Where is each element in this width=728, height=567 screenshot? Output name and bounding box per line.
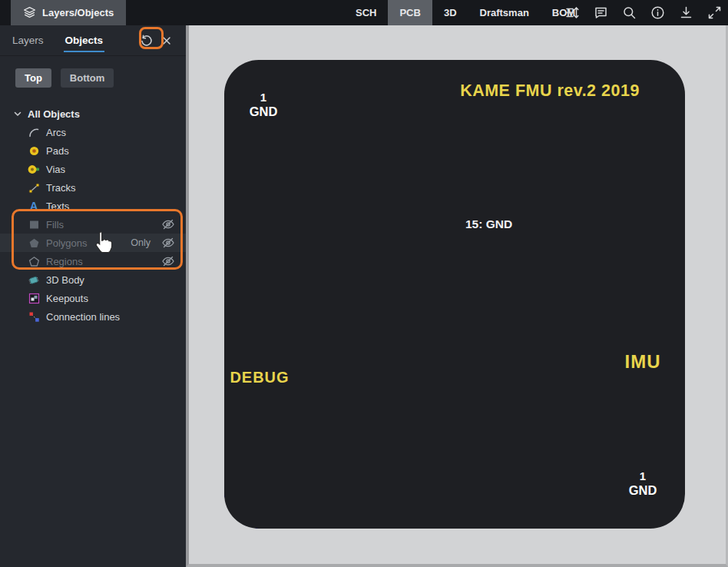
- line-spacing-icon: [565, 5, 580, 20]
- polygons-only-button[interactable]: Only: [131, 237, 151, 248]
- tree-item-arcs[interactable]: Arcs: [0, 123, 186, 141]
- gnd-pad-number: 1: [640, 469, 646, 482]
- comment-icon: [594, 5, 608, 20]
- tab-3d[interactable]: 3D: [432, 0, 468, 25]
- tree-item-3d-body[interactable]: 3D Body: [0, 270, 186, 289]
- tree-item-texts[interactable]: A Texts: [0, 197, 186, 215]
- panel-tab-layers-objects[interactable]: Layers/Objects: [11, 0, 126, 25]
- topbar-icon-group: [563, 0, 723, 25]
- tab-sch[interactable]: SCH: [344, 0, 388, 25]
- connection-lines-icon: [28, 310, 40, 323]
- search-button[interactable]: [620, 4, 638, 22]
- close-panel-button[interactable]: [157, 31, 177, 51]
- tree-item-tracks[interactable]: Tracks: [0, 178, 186, 197]
- imu-label-text: IMU: [625, 351, 661, 372]
- tree-root-label: All Objects: [28, 108, 80, 120]
- tree-item-fills[interactable]: Fills: [0, 215, 186, 234]
- region-icon: [28, 255, 40, 267]
- tree-item-keepouts[interactable]: Keepouts: [0, 289, 186, 307]
- comment-button[interactable]: [591, 4, 610, 22]
- close-icon: [161, 35, 172, 46]
- gnd-pad-label: GND: [250, 104, 278, 118]
- arc-icon: [28, 126, 40, 138]
- search-icon: [622, 5, 637, 20]
- tree-item-regions[interactable]: Regions: [0, 252, 186, 270]
- layers-objects-panel: Layers Objects Top Bottom: [0, 25, 186, 567]
- text-icon: A: [28, 200, 40, 212]
- tab-pcb[interactable]: PCB: [388, 0, 432, 25]
- 3d-body-icon: [28, 274, 40, 286]
- board-side-buttons: Top Bottom: [0, 56, 186, 88]
- tree-item-polygons[interactable]: Polygons Only: [0, 234, 186, 252]
- bottom-side-button[interactable]: Bottom: [61, 68, 114, 88]
- regions-visibility-toggle[interactable]: [161, 254, 175, 268]
- board-title-text: KAME FMU rev.2 2019: [460, 81, 640, 100]
- polygons-visibility-toggle[interactable]: [161, 236, 175, 250]
- top-side-button[interactable]: Top: [15, 68, 51, 88]
- reset-icon: [140, 34, 154, 48]
- tree-root-all-objects[interactable]: All Objects: [0, 104, 186, 123]
- tab-objects[interactable]: Objects: [65, 25, 104, 56]
- panel-tab-label: Layers/Objects: [42, 7, 114, 18]
- debug-label-text: DEBUG: [230, 369, 289, 386]
- pcb-board[interactable]: 15: GNDKAME FMU rev.2 2019DEBUGIMU1GND1G…: [224, 60, 685, 529]
- app-window: Layers/Objects SCH PCB 3D Draftsman BOM: [0, 0, 728, 567]
- gnd-pad-label: GND: [629, 483, 657, 497]
- document-tabs: SCH PCB 3D Draftsman BOM: [344, 0, 587, 25]
- keepout-icon: [28, 292, 40, 304]
- info-icon: [650, 5, 665, 20]
- download-button[interactable]: [677, 4, 695, 22]
- objects-tree: All Objects Arcs: [0, 104, 186, 326]
- top-bar: Layers/Objects SCH PCB 3D Draftsman BOM: [0, 0, 728, 25]
- tree-item-pads[interactable]: Pads: [0, 141, 186, 160]
- polygon-icon: [28, 237, 40, 249]
- fullscreen-icon: [707, 5, 722, 20]
- gnd-pad-number: 1: [260, 91, 266, 104]
- tree-item-connection-lines[interactable]: Connection lines: [0, 307, 186, 326]
- panel-tabs-row: Layers Objects: [0, 25, 186, 56]
- fills-visibility-toggle[interactable]: [161, 217, 175, 231]
- fill-icon: [28, 218, 40, 230]
- pad-icon: [28, 144, 40, 157]
- chevron-down-icon: [12, 108, 23, 119]
- net-label-15-gnd: 15: GND: [465, 217, 512, 230]
- reset-defaults-button[interactable]: [137, 31, 157, 51]
- fullscreen-button[interactable]: [705, 4, 723, 22]
- via-icon: [28, 163, 40, 175]
- line-spacing-button[interactable]: [563, 4, 581, 22]
- tab-draftsman[interactable]: Draftsman: [468, 0, 541, 25]
- tab-layers[interactable]: Layers: [12, 25, 44, 56]
- download-icon: [679, 5, 693, 20]
- tree-item-vias[interactable]: Vias: [0, 160, 186, 178]
- track-icon: [28, 181, 40, 194]
- info-button[interactable]: [648, 4, 667, 22]
- pcb-canvas[interactable]: 15: GNDKAME FMU rev.2 2019DEBUGIMU1GND1G…: [186, 25, 728, 567]
- layers-icon: [23, 6, 36, 19]
